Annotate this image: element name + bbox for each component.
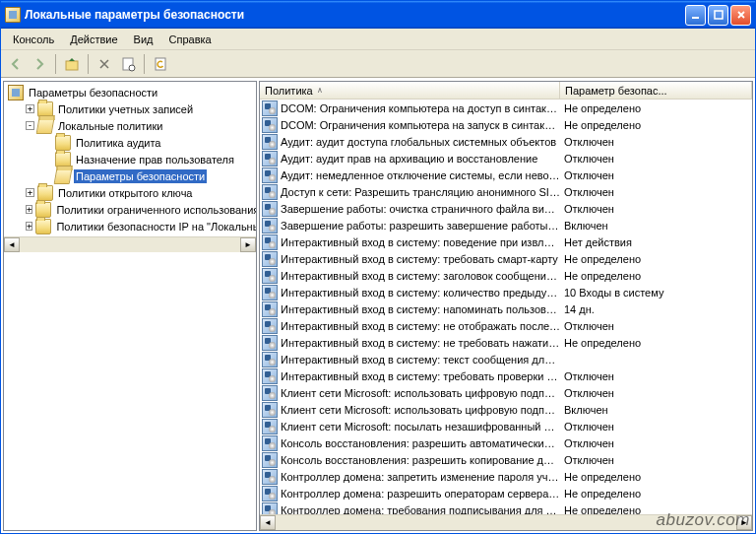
list-row[interactable]: Интерактивный вход в систему: напоминать… [260,300,752,317]
menu-help[interactable]: Справка [161,32,220,47]
scroll-left-icon[interactable]: ◄ [4,237,20,252]
policy-value: 14 дн. [560,303,752,315]
policy-name: Завершение работы: очистка страничного ф… [281,203,560,215]
up-button[interactable] [61,53,83,75]
tree-item[interactable]: +Политики открытого ключа [4,184,256,201]
list-row[interactable]: DCOM: Ограничения компьютера на доступ в… [260,100,752,116]
list-pane: Политика ∧ Параметр безопас... DCOM: Огр… [259,81,753,531]
policy-value: Включен [560,404,752,416]
policy-icon [262,469,278,485]
list-row[interactable]: Интерактивный вход в систему: требовать … [260,367,752,384]
list-row[interactable]: Контроллер домена: запретить изменение п… [260,468,752,485]
policy-icon [262,352,278,367]
expand-icon[interactable]: + [26,222,32,231]
policy-icon [262,251,278,267]
refresh-button[interactable] [150,53,171,75]
tree-hscrollbar[interactable]: ◄ ► [4,236,256,252]
list-row[interactable]: Завершение работы: разрешить завершение … [260,217,752,234]
list-row[interactable]: Консоль восстановления: разрешить автома… [260,434,752,451]
policy-icon [262,385,278,401]
tree-root[interactable]: Параметры безопасности [4,84,256,100]
policy-value: Включен [560,220,752,232]
tree-toggle-empty [43,155,52,164]
list-row[interactable]: Клиент сети Microsoft: использовать цифр… [260,384,752,401]
toolbar-separator [88,54,89,74]
tree-item-label: Политики безопасности IP на "Локальный к… [54,220,257,234]
tree-item[interactable]: Назначение прав пользователя [4,151,256,167]
policy-name: Интерактивный вход в систему: не требова… [281,337,560,349]
policy-icon [262,218,278,234]
policy-icon [262,184,278,200]
policy-icon [262,167,278,183]
close-button[interactable] [730,5,751,26]
list-row[interactable]: Интерактивный вход в систему: количество… [260,284,752,300]
expand-icon[interactable]: + [26,188,34,197]
menu-view[interactable]: Вид [126,32,161,47]
list-row[interactable]: Интерактивный вход в систему: поведение … [260,234,752,250]
window-controls [685,5,755,26]
tree-pane[interactable]: Параметры безопасности +Политики учетных… [3,81,257,531]
policy-name: Интерактивный вход в систему: требовать … [281,370,560,382]
list-row[interactable]: Интерактивный вход в систему: не требова… [260,334,752,351]
properties-button[interactable] [117,53,139,75]
tree-item[interactable]: Политика аудита [4,134,256,151]
policy-value: Отключен [560,136,752,148]
tree-item-label: Параметры безопасности [74,169,207,183]
list-row[interactable]: Клиент сети Microsoft: посылать незашифр… [260,418,752,434]
list-row[interactable]: Интерактивный вход в систему: не отображ… [260,317,752,334]
list-row[interactable]: Завершение работы: очистка страничного ф… [260,200,752,217]
expand-icon[interactable]: + [26,104,34,113]
titlebar[interactable]: Локальные параметры безопасности [1,1,755,29]
collapse-icon[interactable]: - [26,121,34,130]
folder-closed-icon [35,219,51,234]
tree-root-label: Параметры безопасности [27,86,159,100]
tree-item[interactable]: -Локальные политики [4,117,256,134]
list-row[interactable]: Клиент сети Microsoft: использовать цифр… [260,401,752,418]
policy-value: Отключен [560,153,752,165]
policy-icon [262,419,278,434]
tree-item-label: Политика аудита [74,136,162,150]
forward-button[interactable] [29,53,50,75]
policy-value: Не определено [560,471,752,483]
expand-icon[interactable]: + [26,205,32,214]
scroll-left-icon[interactable]: ◄ [260,515,276,530]
tree-toggle-empty [43,138,52,147]
tree-item-label: Политики ограниченного использования про… [54,203,257,217]
policy-name: Интерактивный вход в систему: не отображ… [281,320,560,332]
svg-rect-2 [66,61,78,70]
menu-action[interactable]: Действие [62,32,125,47]
policy-icon [262,234,278,250]
delete-button[interactable] [94,53,115,75]
list-row[interactable]: DCOM: Ограничения компьютера на запуск в… [260,116,752,133]
tree-item[interactable]: +Политики ограниченного использования пр… [4,201,256,218]
policy-name: Интерактивный вход в систему: требовать … [281,253,558,265]
minimize-button[interactable] [685,5,706,26]
tree-item[interactable]: +Политики безопасности IP на "Локальный … [4,218,256,234]
scroll-track[interactable] [20,237,240,252]
list-row[interactable]: Доступ к сети: Разрешить трансляцию анон… [260,183,752,200]
list-row[interactable]: Консоль восстановления: разрешить копиро… [260,451,752,468]
policy-icon [262,368,278,384]
policy-value: Отключен [560,387,752,399]
column-value[interactable]: Параметр безопас... [560,82,752,99]
menu-console[interactable]: Консоль [5,32,62,47]
tree-item-label: Политики открытого ключа [56,186,194,200]
maximize-button[interactable] [708,5,728,26]
folder-closed-icon [35,202,51,218]
policy-icon [262,151,278,167]
list-row[interactable]: Аудит: немедленное отключение системы, е… [260,167,752,183]
list-row[interactable]: Интерактивный вход в систему: текст сооб… [260,351,752,367]
policy-icon [262,502,278,515]
back-button[interactable] [5,53,27,75]
list-row[interactable]: Интерактивный вход в систему: требовать … [260,250,752,267]
tree-item[interactable]: Параметры безопасности [4,167,256,184]
column-policy[interactable]: Политика ∧ [260,82,560,99]
policy-name: Аудит: немедленное отключение системы, е… [281,169,560,181]
list-row[interactable]: Интерактивный вход в систему: заголовок … [260,267,752,284]
list-row[interactable]: Контроллер домена: разрешить операторам … [260,485,752,501]
list-row[interactable]: Аудит: аудит прав на архивацию и восстан… [260,150,752,167]
policy-name: Доступ к сети: Разрешить трансляцию анон… [281,186,560,198]
scroll-right-icon[interactable]: ► [240,237,256,252]
list-row[interactable]: Аудит: аудит доступа глобальных системны… [260,133,752,150]
list-body[interactable]: DCOM: Ограничения компьютера на доступ в… [260,100,752,514]
